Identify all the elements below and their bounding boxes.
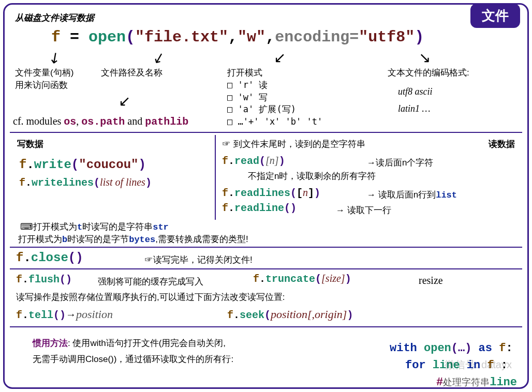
arg-mode: "w" (238, 28, 265, 46)
write-title: 写数据 (17, 138, 43, 150)
flush-desc: 强制将可能的缓存完成写入 (98, 276, 203, 288)
seek-note: 读写操作是按照存储位置顺序执行的,可以通过下面方法改变读写位置: (16, 291, 285, 303)
mode-b-note: 打开模式为b时读写的是字节bytes,需要转换成需要的类型! (18, 233, 248, 245)
read-example: f.read([n]) (222, 155, 285, 167)
arrow-icon: ↙ (274, 49, 286, 66)
idiom-text: 惯用方法: 使用with语句打开文件(用完会自动关闭, 无需手动调用Close(… (33, 336, 233, 367)
readlines-desc: → 读取后面n行到list (367, 189, 457, 201)
cheatsheet-card: 文件 从磁盘文件读写数据 f = open("file.txt","w",enc… (3, 3, 529, 389)
file-badge: 文件 (470, 4, 520, 28)
arrow-icon: ↙ (119, 93, 130, 110)
anno-handle: 文件变量(句柄) 用来访问函数 (15, 67, 73, 92)
read-n-desc2: 不指定n时，读取剩余的所有字符 (248, 170, 376, 182)
divider (10, 326, 522, 327)
anno-path: 文件路径及名称 (101, 67, 162, 79)
var-f: f (51, 28, 61, 46)
divider (10, 132, 522, 133)
eof-note: ☞ 到文件末尾时，读到的是空字符串 (222, 138, 365, 150)
read-n-desc: →读后面n个字符 (367, 157, 433, 169)
close-note: ☞读写完毕，记得关闭文件! (144, 254, 253, 266)
anno-encoding: 文本文件的编码格式: utf8 ascii latin1 … (388, 67, 469, 115)
arg-encoding: "utf8" (359, 28, 415, 46)
write-example: f.write("coucou") (19, 158, 146, 172)
seek-example: f.seek(position[,origin]) (227, 308, 353, 321)
arrow-icon: ↙ (151, 48, 167, 68)
truncate-desc: resize (419, 275, 443, 287)
readline-example: f.readline() (222, 202, 297, 214)
close-example: f.close() (16, 251, 83, 265)
divider (10, 268, 522, 269)
modules-line: cf. modules os, os.path and pathlib (13, 115, 188, 128)
tell-example: f.tell()→position (16, 308, 113, 321)
anno-mode: 打开模式 □ 'r' 读 □ 'w' 写 □ 'a' 扩展(写) □ …'+' … (227, 67, 322, 128)
open-code-line: f = open("file.txt","w",encoding="utf8") (51, 28, 424, 46)
divider (10, 247, 522, 248)
vertical-divider (215, 135, 216, 220)
fn-open: open (88, 28, 126, 46)
watermark: 微信号: datayx (445, 358, 512, 372)
mode-t-note: ⌨打开模式为t时读写的是字符串str (20, 221, 169, 233)
readlines-example: f.readlines([n]) (222, 187, 320, 199)
flush-example: f.flush() (16, 274, 72, 285)
arg-filename: "file.txt" (135, 28, 228, 46)
header-note: 从磁盘文件读写数据 (15, 12, 94, 24)
writelines-example: f.writelines(list of lines) (19, 176, 152, 189)
readline-desc: → 读取下一行 (336, 204, 391, 216)
kw-encoding: encoding= (275, 28, 359, 46)
arrow-icon: ↘ (419, 49, 431, 66)
arrow-icon: ↙ (45, 47, 64, 68)
read-title: 读数据 (489, 138, 515, 150)
truncate-example: f.truncate([size]) (253, 273, 351, 285)
